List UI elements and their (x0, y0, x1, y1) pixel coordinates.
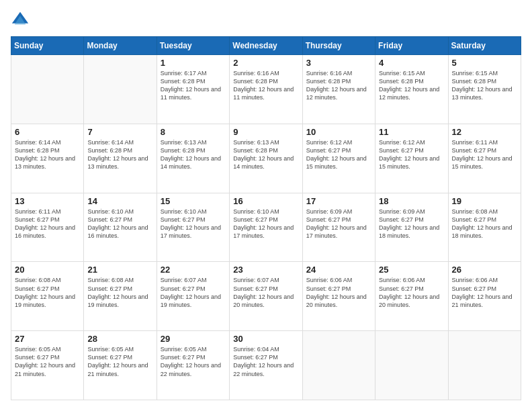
day-info: Sunrise: 6:05 AM Sunset: 6:27 PM Dayligh… (161, 345, 226, 378)
calendar-cell: 6Sunrise: 6:14 AM Sunset: 6:28 PM Daylig… (11, 124, 84, 193)
day-info: Sunrise: 6:13 AM Sunset: 6:28 PM Dayligh… (161, 138, 226, 171)
calendar-cell: 5Sunrise: 6:15 AM Sunset: 6:28 PM Daylig… (448, 55, 521, 124)
calendar-cell (84, 55, 157, 124)
week-row-5: 27Sunrise: 6:05 AM Sunset: 6:27 PM Dayli… (11, 331, 521, 400)
logo (11, 11, 34, 30)
day-number: 23 (233, 265, 298, 275)
day-number: 3 (306, 58, 371, 68)
day-info: Sunrise: 6:14 AM Sunset: 6:28 PM Dayligh… (15, 138, 80, 171)
day-number: 12 (452, 127, 517, 137)
day-info: Sunrise: 6:08 AM Sunset: 6:27 PM Dayligh… (87, 276, 152, 309)
day-number: 28 (87, 334, 152, 344)
calendar-cell: 13Sunrise: 6:11 AM Sunset: 6:27 PM Dayli… (11, 193, 84, 262)
calendar-cell: 25Sunrise: 6:06 AM Sunset: 6:27 PM Dayli… (375, 262, 448, 331)
calendar-cell: 8Sunrise: 6:13 AM Sunset: 6:28 PM Daylig… (157, 124, 229, 193)
day-info: Sunrise: 6:12 AM Sunset: 6:27 PM Dayligh… (306, 138, 371, 171)
day-number: 19 (452, 196, 517, 206)
day-number: 25 (379, 265, 444, 275)
day-number: 29 (161, 334, 226, 344)
weekday-header-thursday: Thursday (302, 37, 375, 55)
calendar-cell: 2Sunrise: 6:16 AM Sunset: 6:28 PM Daylig… (230, 55, 302, 124)
day-number: 22 (161, 265, 226, 275)
calendar-cell: 17Sunrise: 6:09 AM Sunset: 6:27 PM Dayli… (302, 193, 375, 262)
day-info: Sunrise: 6:11 AM Sunset: 6:27 PM Dayligh… (452, 138, 517, 171)
day-info: Sunrise: 6:06 AM Sunset: 6:27 PM Dayligh… (306, 276, 371, 309)
logo-icon (11, 11, 30, 30)
day-info: Sunrise: 6:07 AM Sunset: 6:27 PM Dayligh… (233, 276, 298, 309)
calendar-cell (448, 331, 521, 400)
week-row-1: 1Sunrise: 6:17 AM Sunset: 6:28 PM Daylig… (11, 55, 521, 124)
weekday-header-monday: Monday (84, 37, 157, 55)
day-info: Sunrise: 6:09 AM Sunset: 6:27 PM Dayligh… (379, 208, 444, 240)
calendar-cell: 15Sunrise: 6:10 AM Sunset: 6:27 PM Dayli… (157, 193, 229, 262)
day-number: 18 (379, 196, 444, 206)
week-row-4: 20Sunrise: 6:08 AM Sunset: 6:27 PM Dayli… (11, 262, 521, 331)
day-info: Sunrise: 6:16 AM Sunset: 6:28 PM Dayligh… (306, 69, 371, 102)
calendar-cell: 7Sunrise: 6:14 AM Sunset: 6:28 PM Daylig… (84, 124, 157, 193)
calendar-cell: 27Sunrise: 6:05 AM Sunset: 6:27 PM Dayli… (11, 331, 84, 400)
day-number: 21 (87, 265, 152, 275)
weekday-header-row: SundayMondayTuesdayWednesdayThursdayFrid… (11, 37, 521, 55)
day-info: Sunrise: 6:04 AM Sunset: 6:27 PM Dayligh… (233, 345, 298, 378)
day-info: Sunrise: 6:06 AM Sunset: 6:27 PM Dayligh… (452, 276, 517, 309)
calendar-cell: 30Sunrise: 6:04 AM Sunset: 6:27 PM Dayli… (230, 331, 302, 400)
day-number: 10 (306, 127, 371, 137)
weekday-header-tuesday: Tuesday (157, 37, 229, 55)
calendar-cell: 20Sunrise: 6:08 AM Sunset: 6:27 PM Dayli… (11, 262, 84, 331)
calendar-cell: 26Sunrise: 6:06 AM Sunset: 6:27 PM Dayli… (448, 262, 521, 331)
day-info: Sunrise: 6:10 AM Sunset: 6:27 PM Dayligh… (161, 208, 226, 240)
calendar-cell: 19Sunrise: 6:08 AM Sunset: 6:27 PM Dayli… (448, 193, 521, 262)
day-info: Sunrise: 6:08 AM Sunset: 6:27 PM Dayligh… (15, 276, 80, 309)
day-info: Sunrise: 6:11 AM Sunset: 6:27 PM Dayligh… (15, 208, 80, 240)
calendar-cell: 10Sunrise: 6:12 AM Sunset: 6:27 PM Dayli… (302, 124, 375, 193)
day-number: 20 (15, 265, 80, 275)
day-number: 17 (306, 196, 371, 206)
day-number: 30 (233, 334, 298, 344)
week-row-2: 6Sunrise: 6:14 AM Sunset: 6:28 PM Daylig… (11, 124, 521, 193)
calendar-cell: 29Sunrise: 6:05 AM Sunset: 6:27 PM Dayli… (157, 331, 229, 400)
day-number: 8 (161, 127, 226, 137)
header (11, 11, 521, 30)
day-number: 27 (15, 334, 80, 344)
calendar-cell: 16Sunrise: 6:10 AM Sunset: 6:27 PM Dayli… (230, 193, 302, 262)
day-info: Sunrise: 6:06 AM Sunset: 6:27 PM Dayligh… (379, 276, 444, 309)
calendar-cell: 9Sunrise: 6:13 AM Sunset: 6:28 PM Daylig… (230, 124, 302, 193)
day-number: 16 (233, 196, 298, 206)
day-info: Sunrise: 6:05 AM Sunset: 6:27 PM Dayligh… (15, 345, 80, 378)
day-number: 14 (87, 196, 152, 206)
day-info: Sunrise: 6:07 AM Sunset: 6:27 PM Dayligh… (161, 276, 226, 309)
calendar-cell: 11Sunrise: 6:12 AM Sunset: 6:27 PM Dayli… (375, 124, 448, 193)
calendar-cell: 28Sunrise: 6:05 AM Sunset: 6:27 PM Dayli… (84, 331, 157, 400)
day-number: 2 (233, 58, 298, 68)
calendar-cell: 3Sunrise: 6:16 AM Sunset: 6:28 PM Daylig… (302, 55, 375, 124)
day-number: 4 (379, 58, 444, 68)
day-number: 15 (161, 196, 226, 206)
day-number: 6 (15, 127, 80, 137)
day-info: Sunrise: 6:12 AM Sunset: 6:27 PM Dayligh… (379, 138, 444, 171)
calendar-cell: 24Sunrise: 6:06 AM Sunset: 6:27 PM Dayli… (302, 262, 375, 331)
calendar-cell: 4Sunrise: 6:15 AM Sunset: 6:28 PM Daylig… (375, 55, 448, 124)
day-info: Sunrise: 6:15 AM Sunset: 6:28 PM Dayligh… (452, 69, 517, 102)
calendar-cell (302, 331, 375, 400)
day-info: Sunrise: 6:14 AM Sunset: 6:28 PM Dayligh… (87, 138, 152, 171)
day-number: 11 (379, 127, 444, 137)
calendar-cell: 22Sunrise: 6:07 AM Sunset: 6:27 PM Dayli… (157, 262, 229, 331)
day-number: 9 (233, 127, 298, 137)
day-number: 7 (87, 127, 152, 137)
calendar-cell: 18Sunrise: 6:09 AM Sunset: 6:27 PM Dayli… (375, 193, 448, 262)
calendar-cell: 23Sunrise: 6:07 AM Sunset: 6:27 PM Dayli… (230, 262, 302, 331)
day-number: 5 (452, 58, 517, 68)
day-info: Sunrise: 6:08 AM Sunset: 6:27 PM Dayligh… (452, 208, 517, 240)
day-info: Sunrise: 6:16 AM Sunset: 6:28 PM Dayligh… (233, 69, 298, 102)
day-info: Sunrise: 6:09 AM Sunset: 6:27 PM Dayligh… (306, 208, 371, 240)
day-info: Sunrise: 6:10 AM Sunset: 6:27 PM Dayligh… (87, 208, 152, 240)
calendar-cell (11, 55, 84, 124)
calendar-cell (375, 331, 448, 400)
weekday-header-saturday: Saturday (448, 37, 521, 55)
calendar-cell: 21Sunrise: 6:08 AM Sunset: 6:27 PM Dayli… (84, 262, 157, 331)
calendar-cell: 12Sunrise: 6:11 AM Sunset: 6:27 PM Dayli… (448, 124, 521, 193)
day-info: Sunrise: 6:17 AM Sunset: 6:28 PM Dayligh… (161, 69, 226, 102)
day-info: Sunrise: 6:13 AM Sunset: 6:28 PM Dayligh… (233, 138, 298, 171)
day-number: 26 (452, 265, 517, 275)
day-info: Sunrise: 6:05 AM Sunset: 6:27 PM Dayligh… (87, 345, 152, 378)
